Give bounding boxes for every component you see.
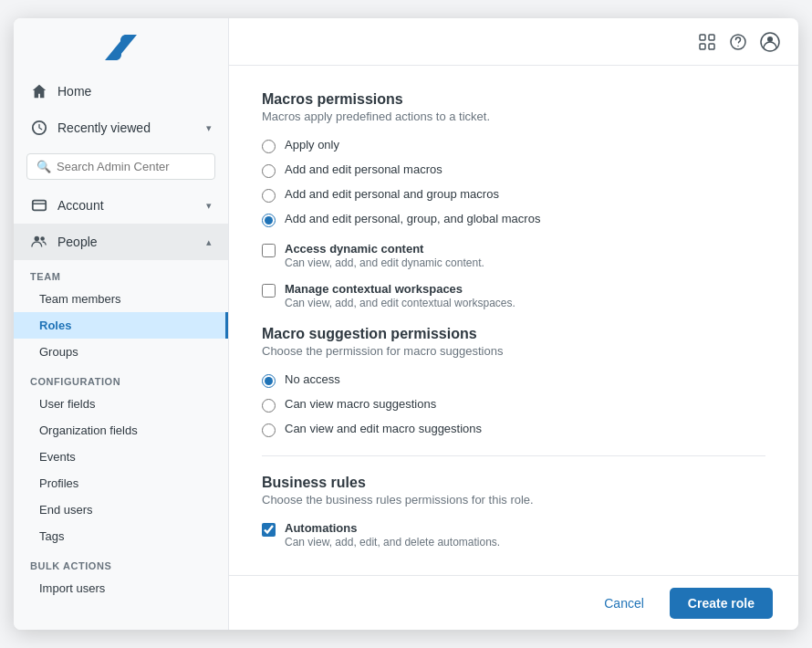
sidebar-item-home[interactable]: Home: [14, 73, 228, 110]
sidebar-item-end-users[interactable]: End users: [14, 496, 228, 523]
groups-label: Groups: [39, 345, 78, 359]
automations-item[interactable]: Automations Can view, add, edit, and del…: [262, 521, 765, 549]
profiles-label: Profiles: [39, 476, 78, 490]
suggestion-option-2[interactable]: Can view and edit macro suggestions: [262, 422, 765, 437]
suggestion-radio-1[interactable]: [262, 399, 276, 413]
business-rules-section: Business rules Choose the business rules…: [262, 475, 765, 549]
svg-point-11: [767, 37, 773, 42]
svg-rect-5: [709, 35, 714, 40]
access-dynamic-item[interactable]: Access dynamic content Can view, add, an…: [262, 242, 765, 269]
clock-icon: [30, 119, 48, 137]
org-fields-label: Organization fields: [39, 423, 138, 437]
chevron-up-icon: ▴: [206, 236, 212, 248]
svg-rect-4: [700, 35, 705, 40]
user-avatar-icon[interactable]: [760, 32, 780, 52]
sidebar-item-import-users[interactable]: Import users: [14, 575, 228, 601]
automations-label: Automations: [285, 521, 500, 535]
suggestion-radio-2[interactable]: [262, 423, 276, 437]
search-input[interactable]: [57, 160, 205, 173]
manage-workspaces-desc: Can view, add, and edit contextual works…: [285, 297, 515, 309]
search-icon: 🔍: [36, 160, 51, 173]
logo: [14, 18, 228, 73]
macros-option-2[interactable]: Add and edit personal and group macros: [262, 187, 765, 203]
suggestion-option-0[interactable]: No access: [262, 372, 765, 388]
configuration-section-label: Configuration: [14, 365, 228, 391]
roles-label: Roles: [39, 319, 71, 332]
access-dynamic-checkbox[interactable]: [262, 244, 276, 257]
macros-radio-3[interactable]: [262, 214, 276, 227]
end-users-label: End users: [39, 503, 93, 517]
home-icon: [30, 82, 48, 100]
macro-suggestions-options: No access Can view macro suggestions Can…: [262, 372, 765, 437]
divider: [262, 455, 765, 456]
tags-label: Tags: [39, 529, 64, 543]
access-dynamic-label: Access dynamic content: [285, 242, 484, 256]
sidebar-item-people[interactable]: People ▴: [14, 224, 228, 260]
account-label: Account: [57, 198, 104, 213]
search-input-wrap[interactable]: 🔍: [26, 153, 215, 180]
macro-suggestions-desc: Choose the permission for macro suggesti…: [262, 344, 765, 358]
bulk-actions-section-label: Bulk actions: [14, 549, 228, 575]
macros-option-3[interactable]: Add and edit personal, group, and global…: [262, 212, 765, 227]
svg-point-2: [35, 236, 39, 241]
macros-permissions-title: Macros permissions: [262, 91, 765, 108]
macros-option-0-label: Apply only: [285, 138, 339, 152]
sidebar-item-account[interactable]: Account ▾: [14, 187, 228, 224]
automations-desc: Can view, add, edit, and delete automati…: [285, 536, 500, 549]
manage-workspaces-label: Manage contextual workspaces: [285, 282, 515, 296]
content-area: Macros permissions Macros apply predefin…: [229, 66, 798, 630]
manage-workspaces-section: Manage contextual workspaces Can view, a…: [262, 282, 765, 309]
manage-workspaces-checkbox[interactable]: [262, 284, 276, 298]
suggestion-option-2-label: Can view and edit macro suggestions: [285, 422, 482, 435]
macro-suggestions-title: Macro suggestion permissions: [262, 326, 765, 342]
events-label: Events: [39, 450, 76, 464]
people-label: People: [57, 235, 98, 249]
macros-radio-2[interactable]: [262, 189, 276, 203]
sidebar-item-recently-viewed[interactable]: Recently viewed ▾: [14, 110, 228, 146]
sidebar-item-tags[interactable]: Tags: [14, 523, 228, 549]
suggestion-radio-0[interactable]: [262, 374, 276, 388]
search-container: 🔍: [14, 146, 228, 187]
suggestion-option-1[interactable]: Can view macro suggestions: [262, 397, 765, 413]
account-icon: [30, 196, 48, 214]
main-content: Macros permissions Macros apply predefin…: [229, 18, 798, 630]
sidebar-item-events[interactable]: Events: [14, 444, 228, 470]
recently-viewed-label: Recently viewed: [57, 120, 151, 135]
macros-permissions-options: Apply only Add and edit personal macros …: [262, 138, 765, 227]
macros-radio-0[interactable]: [262, 140, 276, 153]
macros-radio-1[interactable]: [262, 164, 276, 178]
automations-checkbox[interactable]: [262, 523, 276, 537]
footer: Cancel Create role: [229, 575, 798, 630]
team-section-label: Team: [14, 260, 228, 286]
macros-permissions-section: Macros permissions Macros apply predefin…: [262, 91, 765, 227]
grid-icon[interactable]: [698, 33, 716, 51]
sidebar: Home Recently viewed ▾ 🔍 Account ▾: [14, 18, 229, 630]
business-rules-desc: Choose the business rules permissions fo…: [262, 493, 765, 507]
create-role-button[interactable]: Create role: [670, 588, 773, 619]
sidebar-item-org-fields[interactable]: Organization fields: [14, 417, 228, 444]
svg-rect-1: [33, 201, 46, 211]
team-members-label: Team members: [39, 292, 121, 306]
zendesk-logo: [105, 35, 138, 60]
macros-option-1[interactable]: Add and edit personal macros: [262, 162, 765, 178]
people-icon: [30, 233, 48, 251]
svg-point-3: [40, 236, 45, 241]
chevron-down-icon: ▾: [206, 122, 212, 134]
manage-workspaces-item[interactable]: Manage contextual workspaces Can view, a…: [262, 282, 765, 309]
help-icon[interactable]: [729, 33, 747, 51]
macros-permissions-desc: Macros apply predefined actions to a tic…: [262, 110, 765, 123]
macros-option-2-label: Add and edit personal and group macros: [285, 187, 499, 201]
suggestion-option-1-label: Can view macro suggestions: [285, 397, 436, 411]
home-label: Home: [57, 84, 91, 99]
macros-option-0[interactable]: Apply only: [262, 138, 765, 153]
macros-option-1-label: Add and edit personal macros: [285, 162, 442, 176]
business-rules-title: Business rules: [262, 475, 765, 491]
cancel-button[interactable]: Cancel: [589, 589, 659, 618]
svg-point-9: [737, 45, 738, 46]
sidebar-item-profiles[interactable]: Profiles: [14, 470, 228, 496]
sidebar-item-roles[interactable]: Roles: [14, 312, 228, 339]
sidebar-item-team-members[interactable]: Team members: [14, 286, 228, 312]
svg-rect-6: [700, 44, 705, 49]
sidebar-item-groups[interactable]: Groups: [14, 339, 228, 365]
sidebar-item-user-fields[interactable]: User fields: [14, 391, 228, 417]
